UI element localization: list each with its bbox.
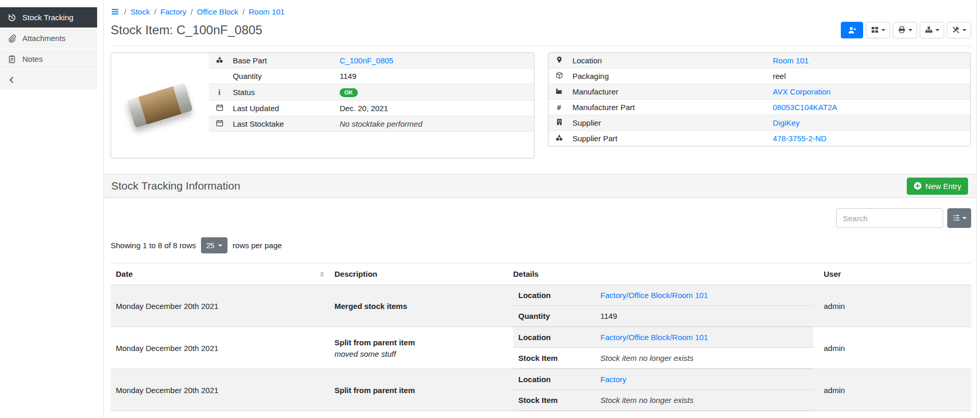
new-entry-label: New Entry [925,182,961,191]
breadcrumb-separator: / [154,7,156,16]
sidebar-item-notes[interactable]: Notes [0,48,97,69]
detail-label: Quantity [233,72,262,80]
smd-capacitor-image [127,83,193,128]
info-icon: i [215,88,224,97]
table-row: # Manufacturer Part 08053C104KAT2A [548,100,970,115]
entry-date: Monday December 20th 2021 [111,285,329,327]
sidebar-collapse-button[interactable] [0,69,97,90]
location-link[interactable]: Room 101 [773,56,809,65]
table-row[interactable]: Monday December 20th 2021 Split from par… [111,369,971,411]
chevron-down-icon [908,29,912,31]
part-thumbnail[interactable] [111,53,209,158]
stock-source-panel: Location Room 101 Packaging reel [548,52,971,146]
part-icon [215,56,224,65]
new-entry-button[interactable]: New Entry [907,178,968,195]
breadcrumb-link-office-block[interactable]: Office Block [197,7,238,16]
entry-date: Monday December 20th 2021 [111,327,329,369]
chevron-down-icon [962,29,966,31]
last-stocktake-value: No stocktake performed [340,119,422,128]
list-icon [952,214,960,222]
column-header-details[interactable]: Details [508,263,818,285]
edit-actions-button[interactable] [947,22,971,38]
source-detail-table: Location Room 101 Packaging reel [548,53,970,146]
table-row: Manufacturer AVX Corporation [548,84,970,100]
breadcrumb-link-factory[interactable]: Factory [160,7,186,16]
detail-label: Supplier Part [572,134,617,143]
chevron-left-icon [8,76,16,84]
base-part-link[interactable]: C_100nF_0805 [340,56,393,65]
supplier-part-link[interactable]: 478-3755-2-ND [773,134,826,143]
detail-label: Last Updated [233,104,279,113]
entry-description: Split from parent item [334,338,503,347]
printer-icon [897,26,906,34]
page-title: Stock Item: C_100nF_0805 [111,23,262,37]
paperclip-icon [8,34,16,43]
building-icon [555,118,563,127]
detail-label: Supplier [572,118,601,127]
breadcrumb-separator: / [124,7,126,16]
tracking-section-header: Stock Tracking Information New Entry [104,174,976,198]
detail-label: Stock Item [513,390,595,411]
pagination-summary: Showing 1 to 8 of 8 rows [111,241,196,250]
quantity-value: 1149 [340,72,356,80]
menu-icon[interactable] [111,7,120,16]
manufacturer-part-link[interactable]: 08053C104KAT2A [773,103,837,112]
search-input[interactable] [836,208,943,228]
print-actions-button[interactable] [893,22,917,38]
detail-label: Location [513,285,595,306]
chevron-down-icon [962,217,966,219]
entry-user: admin [818,327,971,369]
calendar-icon [215,104,224,113]
qrcode-icon [870,26,879,34]
plus-circle-icon [914,182,922,190]
page-size-dropdown[interactable]: 25 [201,237,227,253]
breadcrumb-link-room-101[interactable]: Room 101 [249,7,285,16]
table-row[interactable]: Monday December 20th 2021 Split from par… [111,327,971,369]
detail-location-link[interactable]: Factory/Office Block/Room 101 [600,333,708,342]
main-content: / Stock / Factory / Office Block / Room … [103,0,977,418]
stock-actions-button[interactable] [920,22,944,38]
supplier-link[interactable]: DigiKey [773,118,800,127]
industry-icon [555,87,563,96]
table-row[interactable]: Monday December 20th 2021 Merged stock i… [111,285,971,327]
sidebar-item-label: Stock Tracking [22,13,73,22]
table-row: i Status OK [209,84,534,101]
chevron-down-icon [218,245,222,247]
detail-label: Packaging [572,72,609,80]
breadcrumb-link-stock[interactable]: Stock [130,7,150,16]
manufacturer-link[interactable]: AVX Corporation [773,87,830,96]
breadcrumb-separator: / [191,7,193,16]
sidebar-item-label: Notes [22,55,43,63]
page-size-value: 25 [206,241,214,250]
table-columns-button[interactable] [947,208,971,228]
part-icon [555,134,563,143]
column-header-user[interactable]: User [818,263,971,285]
table-row: Base Part C_100nF_0805 [209,53,534,69]
detail-location-link[interactable]: Factory/Office Block/Room 101 [600,291,708,300]
note-icon [8,55,16,63]
chevron-down-icon [881,29,885,31]
table-row: Packaging reel [548,69,970,84]
entry-user: admin [818,369,971,411]
entry-details-table: Location Factory Stock Item Stock item n… [513,369,813,411]
user-actions-button[interactable] [841,22,863,38]
detail-value: Stock item no longer exists [600,354,693,362]
toolbar [841,22,971,38]
sidebar-item-stock-tracking[interactable]: Stock Tracking [0,7,97,28]
column-header-date[interactable]: Date [111,263,329,285]
column-header-description[interactable]: Description [329,263,508,285]
packaging-value: reel [773,72,786,80]
chevron-down-icon [935,29,939,31]
detail-label: Status [233,88,255,97]
table-row: Last Stocktake No stocktake performed [209,116,534,132]
detail-label: Location [572,56,602,65]
sidebar-item-attachments[interactable]: Attachments [0,28,97,48]
entry-details-table: Location Factory/Office Block/Room 101 S… [513,327,813,369]
tracking-table: Date Description Details User Monday Dec… [111,263,971,411]
sidebar: Stock Tracking Attachments Notes [0,0,97,90]
sort-icon[interactable] [320,272,324,277]
entry-description: Merged stock items [334,302,503,311]
detail-location-link[interactable]: Factory [600,375,626,384]
detail-label: Location [513,327,595,348]
barcode-actions-button[interactable] [866,22,890,38]
